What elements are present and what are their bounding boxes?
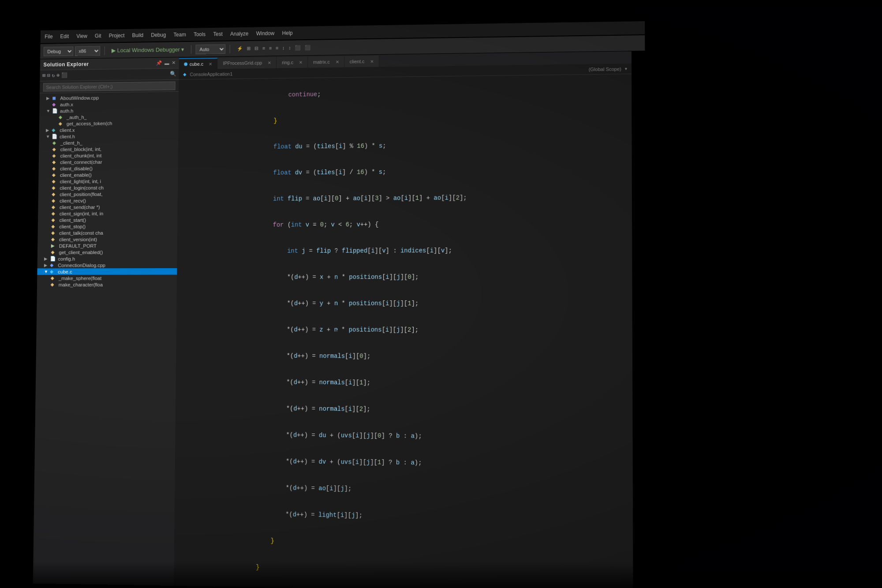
tree-item-client-send[interactable]: ◆ client_send(char *) [38,203,177,210]
toolbar-separator-3 [230,45,230,53]
monitor-wrapper: File Edit View Git Project Build Debug T… [0,0,882,588]
sidebar-toolbar-btn-5[interactable]: ⬛ [61,72,67,79]
breadcrumb-scope: (Global Scope) [589,66,621,72]
client-block-icon: ◆ [52,146,59,152]
tree-item-connectiondialog[interactable]: ▶ ◆ ConnectionDialog.cpp [37,262,177,268]
menu-test[interactable]: Test [213,31,222,37]
client-light-icon: ◆ [52,179,59,184]
sidebar-minimize-icon[interactable]: ▬ [164,60,169,66]
h-icon: 📄 [52,108,59,114]
menu-view[interactable]: View [76,33,87,39]
connectiondialog-icon: ◆ [50,262,56,268]
menu-project[interactable]: Project [109,33,125,39]
toolbar-icons: ⚡ ⊞ ⊟ ≡ ≡ ≡ ↕ ↕ ⬛ ⬛ [235,44,315,52]
sidebar-toolbar-btn-2[interactable]: ⊟ [47,72,50,79]
sidebar-toolbar-btn-4[interactable]: ⊕ [56,72,60,79]
menu-file[interactable]: File [45,34,52,40]
tree-item-client-recv[interactable]: ◆ client_recv() [38,197,178,204]
ide-container: File Edit View Git Project Build Debug T… [7,0,882,588]
menu-git[interactable]: Git [95,33,101,39]
sidebar-toolbar-btn-3[interactable]: ↻ [52,72,55,79]
sidebar-toolbar-btn-1[interactable]: ⊞ [42,72,45,79]
tree-item-make-sphere[interactable]: ◆ _make_sphere(float [37,275,177,281]
sidebar-search-btn[interactable]: 🔍 [170,71,176,77]
client-sign-icon: ◆ [52,211,58,217]
tree-item-client-talk[interactable]: ◆ client_talk(const cha [38,229,177,236]
member-icon: ◆ [59,114,65,120]
get-client-icon: ◆ [51,249,57,255]
tab-close-cubec[interactable]: ✕ [209,61,213,66]
menu-team[interactable]: Team [173,32,186,38]
build-config-dropdown[interactable]: Debug Release [44,46,74,56]
client-stop-icon: ◆ [51,224,58,229]
code-line-13: *(d++) = normals[i][2]; [176,395,633,424]
tree-item-get-client-enabled[interactable]: ◆ get_client_enabled() [37,249,177,255]
editor-content: continue; } float du = (tiles[i] % 16) [174,74,633,588]
code-line-3: float du = (tiles[i] % 16) * s; [178,131,632,161]
client-member-icon: ◆ [52,140,59,146]
code-line-2: } [178,104,632,135]
client-enable-icon: ◆ [52,172,59,178]
sidebar-search-container [40,80,179,94]
toolbar-separator-1 [105,46,105,55]
vignette-top [0,0,882,13]
tab-ringc[interactable]: ring.c ✕ [277,56,308,68]
vignette-bottom [0,562,882,588]
tab-clientc[interactable]: client.c ✕ [344,56,379,67]
menu-analyze[interactable]: Analyze [230,31,248,37]
watch-dropdown[interactable]: Auto Locals Watch 1 [196,44,226,54]
sidebar-close-icon[interactable]: ✕ [172,60,176,66]
sidebar-pin-icon[interactable]: 📌 [156,60,162,66]
tree-item-client-stop[interactable]: ◆ client_stop() [38,223,177,230]
code-line-5: int flip = ao[i][0] + ao[i][3] > ao[i][1… [177,184,632,212]
tab-close-clientc[interactable]: ✕ [370,59,374,64]
code-line-9: *(d++) = y + n * positions[i][j][1]; [176,290,632,317]
tree-item-client-version[interactable]: ◆ client_version(int) [37,236,177,243]
config-h-icon: 📄 [50,256,56,262]
make-sphere-icon: ◆ [51,275,57,281]
vignette-left [0,0,35,588]
menu-debug[interactable]: Debug [151,32,166,38]
platform-dropdown[interactable]: x86 x64 [75,46,100,56]
client-start-icon: ◆ [51,217,58,223]
code-editor[interactable]: continue; } float du = (tiles[i] % 16) [174,74,633,588]
code-line-12: *(d++) = normals[i][1]; [176,369,632,397]
tree-item-cubec[interactable]: ▼ ◆ cube.c [37,268,177,275]
tree-item-default-port[interactable]: ▶ DEFAULT_PORT [37,242,177,249]
client-recv-icon: ◆ [52,198,58,204]
tab-dot-cubec [184,63,187,66]
tab-close-matrixc[interactable]: ✕ [335,60,339,64]
cubec-icon: ◆ [50,269,56,274]
breadcrumb-icon: ◆ [183,72,187,77]
tab-label-clientc: client.c [350,59,365,64]
client-disable-icon: ◆ [52,166,59,172]
tab-close-ringc[interactable]: ✕ [299,60,303,65]
tree-item-client-sign[interactable]: ◆ client_sign(int, int, in [38,210,177,217]
tab-label-ipprocessgrid: IPProcessGrid.cpp [223,60,262,66]
menu-edit[interactable]: Edit [60,34,69,40]
breadcrumb-dropdown-icon[interactable]: ▾ [625,66,627,71]
tab-ipprocessgrid[interactable]: IPProcessGrid.cpp ✕ [218,57,277,69]
method-icon: ◆ [59,121,65,127]
client-connect-icon: ◆ [52,159,59,165]
tree-item-client-start[interactable]: ◆ client_start() [38,216,177,223]
menu-window[interactable]: Window [256,30,275,37]
tab-cubec[interactable]: cube.c ✕ [179,58,218,69]
sidebar-toolbar: ⊞ ⊟ ↻ ⊕ ⬛ 🔍 [40,68,179,81]
tree-item-make-character[interactable]: ◆ make_character(floa [37,281,177,288]
tab-matrixc[interactable]: matrix.c ✕ [308,56,344,68]
tree-item-configh[interactable]: ▶ 📄 config.h [37,255,177,262]
breadcrumb-path: ConsoleApplication1 [190,71,232,77]
client-version-icon: ◆ [51,236,58,242]
code-line-1: continue; [179,78,632,109]
code-line-10: *(d++) = z + n * positions[i][j][2]; [176,316,632,344]
menu-help[interactable]: Help [282,30,293,36]
menu-tools[interactable]: Tools [194,31,206,37]
start-debugging-button[interactable]: ▶ Local Windows Debugger ▾ [109,45,187,55]
sidebar-search-input[interactable] [43,82,176,92]
cx-icon: ◆ [52,127,58,133]
client-chunk-icon: ◆ [52,153,59,159]
code-line-11: *(d++) = normals[i][0]; [176,342,632,371]
menu-build[interactable]: Build [132,32,144,38]
tab-close-ipprocessgrid[interactable]: ✕ [268,60,271,65]
